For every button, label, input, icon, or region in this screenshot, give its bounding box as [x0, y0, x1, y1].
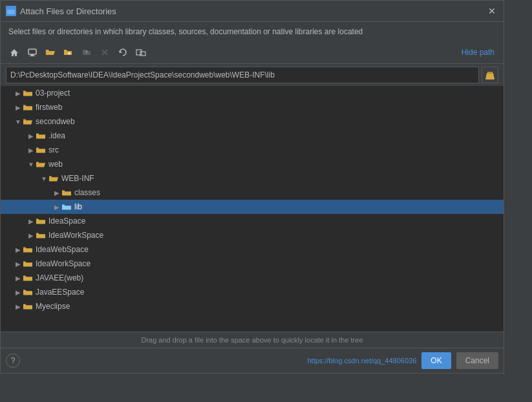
hide-path-button[interactable]: Hide path: [458, 45, 498, 59]
item-label: firstweb: [36, 103, 62, 112]
folder-icon: [23, 88, 33, 98]
bottom-bar: ? https://blog.csdn.net/qq_44806036 OK C…: [1, 348, 504, 373]
item-label: web: [48, 160, 63, 169]
folder-icon-open: [48, 173, 59, 184]
folder-icon: [61, 187, 72, 198]
item-label: JavaEESpace: [36, 288, 84, 297]
item-label: 03-project: [36, 89, 70, 98]
toolbar: Hide path: [1, 41, 504, 64]
refresh-button[interactable]: [114, 44, 131, 61]
dialog-title: Attach Files or Directories: [20, 6, 116, 16]
item-label: IdeaSpace: [48, 217, 85, 226]
tree-item-javaee[interactable]: ▶ JAVAEE(web): [1, 271, 504, 285]
item-label: classes: [74, 188, 100, 197]
toggle-icon: ▶: [14, 259, 23, 268]
toggle-icon: ▶: [27, 217, 36, 226]
toggle-icon: ▶: [27, 131, 36, 140]
item-label: lib: [74, 202, 82, 211]
path-bar: [1, 64, 504, 86]
path-input[interactable]: [6, 67, 479, 83]
toggle-icon: ▶: [14, 245, 23, 254]
folder-icon: [36, 216, 46, 226]
toggle-icon: ▶: [14, 288, 23, 297]
folder-icon: [23, 273, 33, 283]
item-label: IdeaWorkSpace: [48, 231, 103, 240]
item-label: secondweb: [36, 117, 75, 126]
toggle-icon: ▶: [14, 273, 23, 282]
svg-rect-4: [28, 49, 36, 54]
bottom-right: https://blog.csdn.net/qq_44806036 OK Can…: [307, 352, 498, 369]
close-button[interactable]: ✕: [485, 5, 498, 17]
tree-item-ideaspace[interactable]: ▶ IdeaSpace: [1, 214, 504, 228]
tree-item-javaeeespace[interactable]: ▶ JavaEESpace: [1, 285, 504, 299]
tree-item-firstweb[interactable]: ▶ firstweb: [1, 100, 504, 114]
tree-item-myeclipse[interactable]: ▶ Myeclipse: [1, 299, 504, 313]
toggle-icon: ▼: [27, 160, 36, 169]
folder-icon: [36, 145, 46, 155]
open-folder-button[interactable]: [42, 44, 59, 61]
toggle-icon: ▶: [14, 103, 23, 112]
svg-rect-5: [31, 54, 34, 56]
tree-item-03-project[interactable]: ▶ 03-project: [1, 86, 504, 100]
folder-icon: [23, 244, 33, 255]
item-label: JAVAEE(web): [36, 273, 83, 282]
svg-marker-15: [485, 73, 495, 79]
folder-link-button[interactable]: [133, 44, 149, 61]
toggle-icon: ▶: [52, 188, 61, 197]
delete-button[interactable]: [96, 44, 113, 61]
toggle-icon: ▶: [14, 89, 23, 98]
cancel-button[interactable]: Cancel: [456, 352, 498, 369]
tree-item-web[interactable]: ▼ web: [1, 157, 504, 171]
drag-hint: Drag and drop a file into the space abov…: [1, 332, 504, 348]
dialog-icon: [6, 6, 16, 16]
toggle-icon: ▶: [27, 145, 36, 154]
folder-icon: [23, 259, 33, 269]
toggle-icon: ▶: [52, 202, 61, 211]
svg-rect-13: [136, 50, 142, 55]
tree-item-ideawebspace[interactable]: ▶ IdeaWebSpace: [1, 242, 504, 257]
folder-icon: [36, 131, 46, 141]
folder-icon-open: [23, 116, 33, 127]
folder-up-button[interactable]: [78, 44, 95, 61]
svg-marker-3: [10, 49, 18, 56]
item-label: .idea: [48, 131, 65, 140]
dialog-container: Attach Files or Directories ✕ Select fil…: [0, 0, 504, 374]
folder-icon-open: [36, 159, 46, 169]
item-label: src: [48, 145, 59, 154]
svg-rect-1: [7, 10, 15, 14]
url-link[interactable]: https://blog.csdn.net/qq_44806036: [307, 357, 416, 365]
desktop-button[interactable]: [24, 44, 41, 61]
title-bar: Attach Files or Directories ✕: [1, 1, 504, 22]
folder-icon: [61, 202, 72, 212]
tree-item-ideaworkspace3[interactable]: ▶ IdeaWorkSpace: [1, 257, 504, 271]
folder-icon: [36, 230, 46, 240]
title-bar-left: Attach Files or Directories: [6, 6, 116, 16]
new-folder-button[interactable]: [60, 44, 77, 61]
tree-item-src[interactable]: ▶ src: [1, 143, 504, 157]
toggle-icon: ▼: [14, 117, 23, 126]
tree-item-web-inf[interactable]: ▼ WEB-INF: [1, 171, 504, 185]
toggle-icon: ▶: [14, 302, 23, 311]
file-tree: ▶ 03-project ▶ firstweb ▼ secondweb ▶: [1, 86, 504, 332]
ok-button[interactable]: OK: [421, 352, 451, 369]
help-button[interactable]: ?: [6, 354, 20, 368]
tree-item-secondweb[interactable]: ▼ secondweb: [1, 114, 504, 129]
svg-marker-12: [120, 50, 122, 53]
tree-item-lib[interactable]: ▶ lib: [1, 200, 504, 214]
toolbar-buttons: [6, 44, 149, 61]
tree-item-idea[interactable]: ▶ .idea: [1, 129, 504, 143]
svg-rect-2: [8, 7, 11, 9]
item-label: IdeaWorkSpace: [36, 259, 90, 268]
path-browse-button[interactable]: [482, 67, 498, 83]
toggle-icon: ▼: [39, 174, 48, 183]
home-button[interactable]: [6, 44, 23, 61]
folder-icon: [23, 301, 33, 312]
svg-rect-6: [30, 56, 35, 56]
folder-icon: [23, 287, 33, 297]
tree-item-classes[interactable]: ▶ classes: [1, 185, 504, 200]
tree-item-ideaworkspace2[interactable]: ▶ IdeaWorkSpace: [1, 228, 504, 242]
toggle-icon: ▶: [27, 231, 36, 240]
item-label: Myeclipse: [36, 302, 70, 311]
folder-icon: [23, 102, 33, 112]
dialog-description: Select files or directories in which lib…: [1, 22, 504, 41]
